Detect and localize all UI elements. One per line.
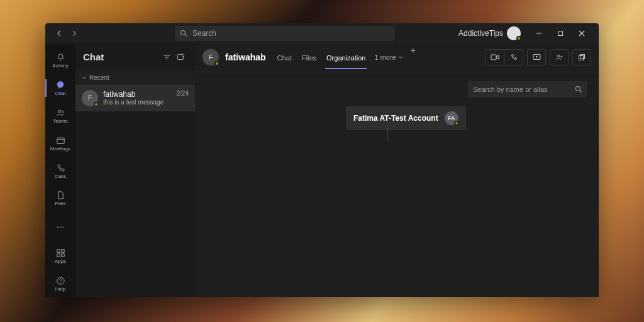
org-connector-line [387,126,387,141]
filter-button[interactable] [160,50,174,64]
chat-list-pane: Chat Recent F fatiwahab [75,43,195,297]
main-pane: F fatiwahab Chat Files Organization 1 mo… [195,43,599,297]
titlebar-right: AddictiveTips [458,25,595,42]
svg-rect-13 [57,254,59,257]
audio-call-button[interactable] [504,49,523,65]
svg-point-26 [576,86,580,91]
svg-rect-24 [579,56,584,60]
history-nav [53,27,80,40]
teams-icon [56,108,65,118]
person-name: fatiwahab [225,52,266,62]
app-rail: Activity Chat Teams Meetings [45,43,75,297]
rail-label: Chat [55,91,66,96]
chevron-down-icon [82,75,87,80]
chat-list-title: Chat [83,52,104,62]
bell-icon [56,53,65,62]
account-avatar [507,26,521,40]
file-icon [56,191,65,200]
rail-help[interactable]: Help [45,272,75,297]
presence-available-icon [454,121,459,126]
add-tab-button[interactable]: + [411,45,416,69]
organization-view: Search by name or alias Fatima AT-Test A… [195,72,599,297]
phone-icon [56,164,65,173]
contact-avatar: F [82,90,98,106]
rail-label: Activity [52,63,68,69]
rail-chat[interactable]: Chat [45,75,75,101]
app-window: Search AddictiveTips Activity [45,23,599,297]
svg-point-16 [60,282,61,283]
svg-rect-25 [580,55,585,59]
search-icon [575,86,582,93]
message-preview: this is a test message [103,99,172,106]
ellipsis-icon: ··· [57,221,65,231]
rail-files[interactable]: Files [45,186,75,211]
section-label-text: Recent [89,74,109,81]
search-icon [180,30,187,37]
titlebar: Search AddictiveTips [45,23,599,43]
window-controls [528,25,592,42]
rail-label: Teams [53,118,68,124]
maximize-button[interactable] [550,25,571,42]
chat-header: F fatiwahab Chat Files Organization 1 mo… [195,43,599,72]
screen-share-button[interactable] [527,49,546,65]
svg-rect-21 [491,55,496,60]
chat-list-header: Chat [75,43,195,71]
new-chat-button[interactable] [174,50,187,64]
close-button[interactable] [571,25,592,42]
tab-files[interactable]: Files [301,45,318,69]
svg-rect-14 [61,254,64,257]
org-person-card[interactable]: Fatima AT-Test Account FA [346,106,466,130]
account-menu[interactable]: AddictiveTips [458,26,521,40]
help-icon [56,276,65,286]
add-people-button[interactable] [550,49,569,65]
calendar-icon [56,136,65,145]
rail-apps[interactable]: Apps [45,244,75,269]
presence-available-icon [214,61,219,66]
rail-calls[interactable]: Calls [45,158,75,184]
svg-rect-3 [558,31,563,35]
svg-point-6 [57,81,64,88]
recent-section[interactable]: Recent [75,71,195,85]
svg-rect-11 [57,250,59,252]
svg-line-27 [580,91,582,92]
search-placeholder: Search [192,29,216,38]
rail-label: Files [55,201,66,206]
tab-chat[interactable]: Chat [276,45,293,69]
global-search[interactable]: Search [175,26,395,41]
svg-point-23 [557,55,560,57]
rail-label: Meetings [50,146,70,152]
rail-more[interactable]: ··· [45,214,75,239]
video-call-button[interactable] [486,49,504,65]
org-search-placeholder: Search by name or alias [473,86,548,93]
svg-line-1 [185,35,187,36]
header-avatar: F [203,49,219,65]
tab-organization[interactable]: Organization [325,45,367,69]
svg-rect-9 [57,138,64,143]
svg-point-8 [62,111,64,113]
back-button[interactable] [53,27,65,40]
org-person-name: Fatima AT-Test Account [353,114,438,123]
tab-more[interactable]: 1 more [374,45,402,69]
rail-meetings[interactable]: Meetings [45,131,75,156]
forward-button[interactable] [68,27,80,40]
apps-icon [56,248,65,258]
rail-label: Help [55,286,65,292]
contact-name: fatiwahab [103,90,172,99]
rail-activity[interactable]: Activity [45,48,75,74]
svg-point-0 [181,30,186,35]
org-search-input[interactable]: Search by name or alias [468,81,587,97]
chat-tabs: Chat Files Organization 1 more + [276,45,416,69]
presence-available-icon [516,36,521,41]
message-date: 2/24 [177,90,189,106]
chevron-down-icon [398,55,403,60]
popout-button[interactable] [572,49,591,65]
app-body: Activity Chat Teams Meetings [45,43,599,297]
svg-rect-12 [61,250,64,252]
account-name: AddictiveTips [458,29,503,38]
rail-teams[interactable]: Teams [45,103,75,128]
presence-available-icon [94,102,99,107]
org-person-avatar: FA [445,111,458,125]
chat-list-item[interactable]: F fatiwahab this is a test message 2/24 [75,85,195,111]
chat-icon [55,80,65,90]
minimize-button[interactable] [528,25,550,42]
